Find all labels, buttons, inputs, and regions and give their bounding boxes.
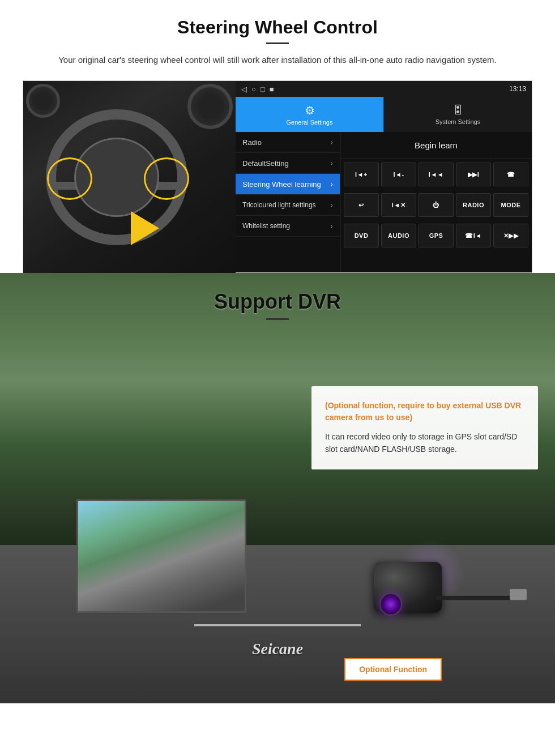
statusbar-time: 13:13 — [509, 85, 526, 93]
android-statusbar: ◁ ○ □ ■ 13:13 — [236, 81, 532, 97]
system-settings-label: System Settings — [436, 118, 480, 125]
ctrl-back[interactable]: ↩ — [344, 193, 379, 217]
steering-section: Steering Wheel Control Your original car… — [0, 0, 555, 273]
general-settings-label: General Settings — [287, 119, 333, 126]
steering-wheel — [40, 98, 210, 257]
ctrl-tel-next[interactable]: ✕▶▶ — [493, 224, 528, 247]
sidebar-item-steering-wheel[interactable]: Steering Wheel learning › — [236, 174, 340, 195]
recents-icon[interactable]: □ — [261, 85, 265, 93]
sidebar-whitelist-label: Whitelist setting — [242, 222, 290, 230]
begin-learn-row: Begin learn — [340, 132, 532, 159]
sidebar-item-tricoloured[interactable]: Tricoloured light settings › — [236, 195, 340, 216]
seicane-logo: Seicane — [252, 640, 303, 658]
sidebar-item-defaultsetting[interactable]: DefaultSetting › — [236, 153, 340, 174]
ctrl-radio[interactable]: RADIO — [456, 193, 491, 217]
dvr-body — [374, 562, 442, 613]
steering-wheel-photo — [23, 81, 236, 274]
menu-icon[interactable]: ■ — [270, 85, 274, 93]
chevron-whitelist: › — [330, 221, 333, 230]
dvr-device-visual — [362, 539, 521, 641]
ctrl-vol-down[interactable]: I◄- — [381, 163, 416, 186]
road-line — [194, 624, 361, 626]
sidebar-radio-label: Radio — [242, 138, 262, 147]
ctrl-power[interactable]: ⏻ — [419, 193, 454, 217]
ctrl-mute[interactable]: I◄✕ — [381, 193, 416, 217]
sidebar-item-whitelist[interactable]: Whitelist setting › — [236, 216, 340, 237]
dvr-optional-text: (Optional function, require to buy exter… — [325, 400, 524, 424]
ctrl-phone[interactable]: ☎ — [493, 163, 528, 186]
chevron-radio: › — [330, 138, 333, 147]
ctrl-prev[interactable]: I◄◄ — [419, 163, 454, 186]
system-settings-btn[interactable]: 🎛 System Settings — [383, 97, 532, 132]
sw-arrow — [131, 211, 159, 245]
begin-learn-button[interactable]: Begin learn — [415, 140, 458, 150]
android-ui-panel: ◁ ○ □ ■ 13:13 ⚙ General Settings 🎛 Syste… — [236, 81, 532, 272]
dvr-title: Support DVR — [0, 290, 555, 314]
steering-description: Your original car's steering wheel contr… — [45, 53, 510, 67]
android-top-menu: ⚙ General Settings 🎛 System Settings — [236, 97, 532, 132]
chevron-steering: › — [330, 180, 333, 189]
general-settings-btn[interactable]: ⚙ General Settings — [236, 97, 383, 132]
dvr-usb-connector — [510, 589, 527, 600]
sidebar-default-label: DefaultSetting — [242, 159, 289, 168]
dvr-lens — [379, 593, 402, 616]
dvr-info-card: (Optional function, require to buy exter… — [311, 386, 538, 469]
sidebar-steering-label: Steering Wheel learning — [242, 180, 321, 189]
android-sidebar: Radio › DefaultSetting › Steering Wheel … — [236, 132, 340, 272]
sw-highlight-left — [47, 157, 92, 200]
control-grid-row3: DVD AUDIO GPS ☎I◄ ✕▶▶ — [340, 220, 532, 251]
ctrl-mode[interactable]: MODE — [493, 193, 528, 217]
ctrl-tel-prev[interactable]: ☎I◄ — [456, 224, 491, 247]
back-icon[interactable]: ◁ — [241, 85, 247, 93]
dvr-device — [351, 533, 532, 647]
android-main-area: Begin learn I◄+ I◄- I◄◄ — [340, 132, 532, 272]
dvr-divider — [266, 318, 289, 320]
steering-title: Steering Wheel Control — [23, 17, 532, 38]
ui-mockup: ◁ ○ □ ■ 13:13 ⚙ General Settings 🎛 Syste… — [23, 80, 532, 273]
statusbar-nav-icons: ◁ ○ □ ■ — [241, 85, 274, 93]
chevron-default: › — [330, 159, 333, 168]
ctrl-gps[interactable]: GPS — [419, 224, 454, 247]
ctrl-next[interactable]: ▶▶I — [456, 163, 491, 186]
title-divider — [266, 42, 289, 44]
sidebar-tricoloured-label: Tricoloured light settings — [242, 201, 316, 209]
ctrl-vol-up[interactable]: I◄+ — [344, 163, 379, 186]
dvr-section: Support DVR (Optional function, require … — [0, 273, 555, 703]
dvr-cable — [436, 596, 515, 600]
android-content: Radio › DefaultSetting › Steering Wheel … — [236, 132, 532, 272]
optional-function-button[interactable]: Optional Function — [344, 658, 442, 681]
sw-highlight-right — [144, 157, 189, 200]
gear-icon: ⚙ — [305, 104, 315, 117]
dvr-title-area: Support DVR — [0, 273, 555, 320]
home-icon[interactable]: ○ — [251, 85, 256, 93]
system-icon: 🎛 — [452, 104, 464, 117]
control-grid-row1: I◄+ I◄- I◄◄ ▶▶I ☎ — [340, 159, 532, 190]
ctrl-dvd[interactable]: DVD — [344, 224, 379, 247]
dvr-video-inset — [76, 499, 246, 613]
sidebar-item-radio[interactable]: Radio › — [236, 132, 340, 153]
dvr-description: It can record video only to storage in G… — [325, 430, 524, 456]
ctrl-audio[interactable]: AUDIO — [381, 224, 416, 247]
chevron-tricoloured: › — [330, 200, 333, 210]
control-grid-row2: ↩ I◄✕ ⏻ RADIO MODE — [340, 190, 532, 220]
